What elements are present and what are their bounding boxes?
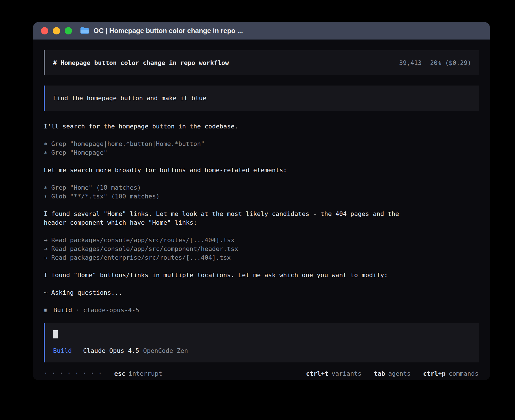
tool-call: → Read packages/console/app/src/routes/[… xyxy=(44,236,422,244)
agent-status: ▣ Build · claude-opus-4-5 xyxy=(44,306,479,314)
tool-call-group: ∗ Grep "Home" (18 matches) ∗ Glob "**/*.… xyxy=(44,183,422,201)
assistant-message: Let me search more broadly for buttons a… xyxy=(44,166,422,174)
token-count: 39,413 xyxy=(399,58,422,67)
tool-call: ∗ Grep "homepage|home.*button|Home.*butt… xyxy=(44,139,422,148)
status-bar-left: ········ esc interrupt xyxy=(44,369,162,378)
shortcut-key: ctrl+p xyxy=(423,370,446,377)
tool-call: → Read packages/console/app/src/componen… xyxy=(44,244,422,253)
tool-call: → Read packages/enterprise/src/routes/[.… xyxy=(44,253,422,262)
agent-name: Build xyxy=(53,306,72,314)
assistant-text: Let me search more broadly for buttons a… xyxy=(44,166,422,174)
esc-key-hint: esc xyxy=(114,369,126,378)
input-agent-label[interactable]: Build xyxy=(53,346,72,355)
context-usage: 20% ($0.29) xyxy=(430,58,471,67)
agent-model: claude-opus-4-5 xyxy=(83,306,139,314)
assistant-message: I found "Home" buttons/links in multiple… xyxy=(44,271,422,279)
shortcut-agents: tabagents xyxy=(374,369,411,378)
tool-call: ∗ Glob "**/*.tsx" (100 matches) xyxy=(44,192,422,201)
prompt-input[interactable]: Build Claude Opus 4.5 OpenCode Zen xyxy=(44,323,479,362)
input-model-label[interactable]: Claude Opus 4.5 xyxy=(83,346,139,355)
session-stats: 39,413 20% ($0.29) xyxy=(399,58,471,67)
status-bar-right: ctrl+tvariants tabagents ctrl+pcommands xyxy=(306,369,479,378)
traffic-lights xyxy=(41,27,72,34)
prompt-meta: Build Claude Opus 4.5 OpenCode Zen xyxy=(53,346,471,355)
assistant-text: I found "Home" buttons/links in multiple… xyxy=(44,271,422,279)
tool-call-group: ∗ Grep "homepage|home.*button|Home.*butt… xyxy=(44,139,422,157)
window-titlebar: OC | Homepage button color change in rep… xyxy=(33,22,490,40)
minimize-button[interactable] xyxy=(53,27,60,34)
agent-icon: ▣ xyxy=(44,306,47,314)
assistant-text: I'll search for the homepage button in t… xyxy=(44,122,422,131)
status-bar: ········ esc interrupt ctrl+tvariants ta… xyxy=(44,369,479,378)
assistant-text: ~ Asking questions... xyxy=(44,288,422,297)
assistant-message: I found several "Home" links. Let me loo… xyxy=(44,209,422,227)
esc-action-label: interrupt xyxy=(128,369,162,378)
shortcut-label: agents xyxy=(388,370,411,377)
folder-icon xyxy=(80,27,90,34)
user-message-text: Find the homepage button and make it blu… xyxy=(53,95,206,102)
assistant-text: I found several "Home" links. Let me loo… xyxy=(44,209,422,227)
window-title: OC | Homepage button color change in rep… xyxy=(93,27,243,35)
close-button[interactable] xyxy=(41,27,48,34)
input-provider-label: OpenCode Zen xyxy=(143,346,188,355)
shortcut-commands: ctrl+pcommands xyxy=(423,369,479,378)
zoom-button[interactable] xyxy=(65,27,72,34)
tool-call: ∗ Grep "Homepage" xyxy=(44,148,422,157)
shortcut-label: variants xyxy=(331,370,361,377)
shortcut-key: ctrl+t xyxy=(306,370,328,377)
shortcut-label: commands xyxy=(449,370,479,377)
tool-call: ∗ Grep "Home" (18 matches) xyxy=(44,183,422,192)
session-header: # Homepage button color change in repo w… xyxy=(44,50,479,75)
session-title: # Homepage button color change in repo w… xyxy=(53,58,229,67)
agent-separator: · xyxy=(76,306,79,314)
shortcut-key: tab xyxy=(374,370,385,377)
terminal-window: OC | Homepage button color change in rep… xyxy=(33,22,490,380)
text-cursor xyxy=(53,330,58,338)
terminal-content: # Homepage button color change in repo w… xyxy=(33,40,490,380)
tool-call-group: → Read packages/console/app/src/routes/[… xyxy=(44,236,422,262)
spinner-dots: ········ xyxy=(44,369,106,378)
user-message: Find the homepage button and make it blu… xyxy=(44,86,479,111)
assistant-message: I'll search for the homepage button in t… xyxy=(44,122,422,131)
shortcut-variants: ctrl+tvariants xyxy=(306,369,361,378)
assistant-message: ~ Asking questions... xyxy=(44,288,422,297)
